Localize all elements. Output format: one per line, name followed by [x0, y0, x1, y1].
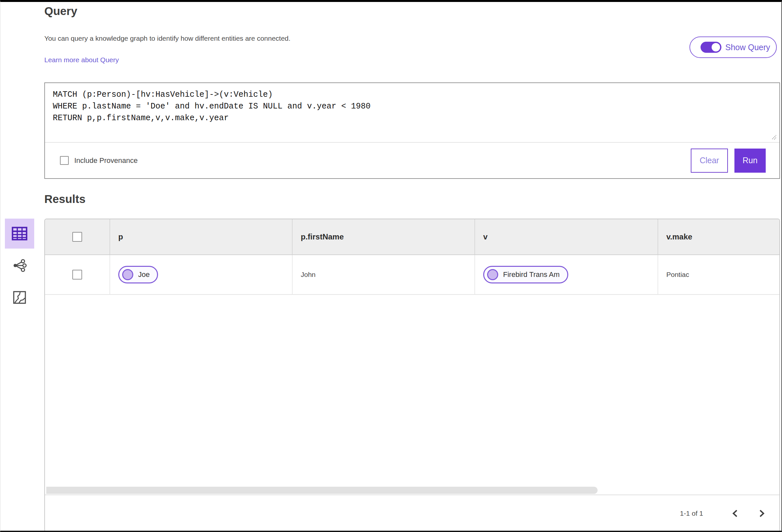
table-footer: 1-1 of 1	[45, 495, 779, 532]
run-button[interactable]: Run	[735, 148, 766, 173]
network-view-icon	[12, 259, 27, 272]
page-description: You can query a knowledge graph to ident…	[44, 35, 290, 42]
column-header-firstname[interactable]: p.firstName	[293, 219, 475, 254]
table-header-row: p p.firstName v v.make	[45, 219, 779, 255]
query-editor-bar: Include Provenance Clear Run	[45, 143, 779, 178]
include-provenance-label: Include Provenance	[74, 156, 138, 165]
column-header-v[interactable]: v	[475, 219, 658, 254]
cell-firstname: John	[293, 255, 475, 294]
horizontal-scrollbar-track[interactable]	[45, 486, 779, 495]
entity-node-icon	[122, 269, 133, 280]
results-view-switcher	[0, 219, 39, 312]
chevron-left-icon	[732, 509, 739, 517]
entity-chip-label: Joe	[138, 271, 149, 279]
table-header-checkbox-cell	[45, 219, 110, 254]
horizontal-scrollbar-thumb[interactable]	[46, 487, 598, 494]
previous-page-button[interactable]	[728, 507, 742, 520]
table-row[interactable]: Joe John Firebird Trans Am Pontiac	[45, 255, 779, 295]
query-panel: MATCH (p:Person)-[hv:HasVehicle]->(v:Veh…	[44, 82, 780, 179]
query-code-wrap: MATCH (p:Person)-[hv:HasVehicle]->(v:Veh…	[45, 83, 779, 143]
page-title: Query	[44, 5, 77, 17]
query-code-input[interactable]: MATCH (p:Person)-[hv:HasVehicle]->(v:Veh…	[45, 83, 779, 142]
learn-more-link[interactable]: Learn more about Query	[44, 56, 119, 64]
network-view-button[interactable]	[5, 251, 34, 281]
map-view-button[interactable]	[5, 282, 34, 312]
cell-p: Joe	[110, 255, 293, 294]
toggle-knob	[712, 43, 720, 51]
results-heading: Results	[44, 192, 85, 206]
table-empty-area	[45, 295, 779, 486]
entity-node-icon	[487, 269, 498, 280]
results-table: p p.firstName v v.make Joe John Firebird…	[44, 219, 780, 532]
column-header-make[interactable]: v.make	[658, 219, 779, 254]
next-page-button[interactable]	[755, 507, 768, 520]
toggle-switch-on-icon[interactable]	[701, 42, 721, 53]
cell-make: Pontiac	[658, 255, 779, 294]
query-page: Query You can query a knowledge graph to…	[0, 0, 782, 532]
pagination-range-label: 1-1 of 1	[680, 509, 703, 517]
table-view-button[interactable]	[5, 219, 34, 249]
table-view-icon	[12, 227, 27, 240]
row-checkbox[interactable]	[72, 270, 82, 280]
chevron-right-icon	[758, 509, 766, 517]
select-all-checkbox[interactable]	[72, 232, 82, 242]
cell-v: Firebird Trans Am	[475, 255, 658, 294]
map-view-icon	[13, 291, 26, 304]
entity-chip-vehicle[interactable]: Firebird Trans Am	[483, 266, 568, 283]
entity-chip-label: Firebird Trans Am	[503, 271, 560, 279]
clear-button[interactable]: Clear	[691, 148, 728, 173]
show-query-label: Show Query	[725, 43, 770, 52]
include-provenance-checkbox[interactable]	[60, 156, 69, 165]
entity-chip-person[interactable]: Joe	[118, 266, 158, 283]
show-query-toggle[interactable]: Show Query	[689, 36, 777, 58]
textarea-resize-handle-icon[interactable]	[771, 134, 777, 140]
column-header-p[interactable]: p	[110, 219, 293, 254]
row-checkbox-cell	[45, 255, 110, 294]
